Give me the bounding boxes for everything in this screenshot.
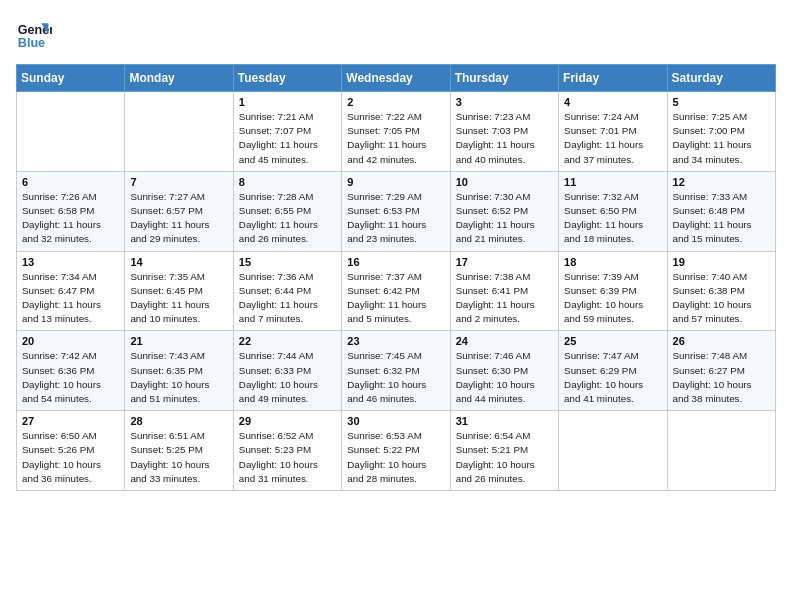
day-number: 8 — [239, 176, 336, 188]
logo-icon: General Blue — [16, 16, 52, 52]
calendar-cell: 19Sunrise: 7:40 AMSunset: 6:38 PMDayligh… — [667, 251, 775, 331]
day-info: Sunrise: 6:51 AMSunset: 5:25 PMDaylight:… — [130, 429, 227, 486]
day-info: Sunrise: 7:36 AMSunset: 6:44 PMDaylight:… — [239, 270, 336, 327]
day-number: 21 — [130, 335, 227, 347]
calendar-week-1: 1Sunrise: 7:21 AMSunset: 7:07 PMDaylight… — [17, 92, 776, 172]
calendar-cell: 4Sunrise: 7:24 AMSunset: 7:01 PMDaylight… — [559, 92, 667, 172]
weekday-header-wednesday: Wednesday — [342, 65, 450, 92]
calendar-cell: 17Sunrise: 7:38 AMSunset: 6:41 PMDayligh… — [450, 251, 558, 331]
calendar-cell: 15Sunrise: 7:36 AMSunset: 6:44 PMDayligh… — [233, 251, 341, 331]
weekday-header-tuesday: Tuesday — [233, 65, 341, 92]
day-info: Sunrise: 6:53 AMSunset: 5:22 PMDaylight:… — [347, 429, 444, 486]
calendar-cell — [125, 92, 233, 172]
calendar-cell — [667, 411, 775, 491]
day-info: Sunrise: 6:54 AMSunset: 5:21 PMDaylight:… — [456, 429, 553, 486]
day-info: Sunrise: 7:47 AMSunset: 6:29 PMDaylight:… — [564, 349, 661, 406]
calendar-week-2: 6Sunrise: 7:26 AMSunset: 6:58 PMDaylight… — [17, 171, 776, 251]
calendar-cell: 7Sunrise: 7:27 AMSunset: 6:57 PMDaylight… — [125, 171, 233, 251]
day-number: 31 — [456, 415, 553, 427]
day-number: 18 — [564, 256, 661, 268]
day-number: 23 — [347, 335, 444, 347]
weekday-header-sunday: Sunday — [17, 65, 125, 92]
day-info: Sunrise: 7:37 AMSunset: 6:42 PMDaylight:… — [347, 270, 444, 327]
calendar-cell: 13Sunrise: 7:34 AMSunset: 6:47 PMDayligh… — [17, 251, 125, 331]
calendar-cell: 5Sunrise: 7:25 AMSunset: 7:00 PMDaylight… — [667, 92, 775, 172]
day-number: 30 — [347, 415, 444, 427]
calendar-cell: 8Sunrise: 7:28 AMSunset: 6:55 PMDaylight… — [233, 171, 341, 251]
day-number: 3 — [456, 96, 553, 108]
day-info: Sunrise: 7:38 AMSunset: 6:41 PMDaylight:… — [456, 270, 553, 327]
day-info: Sunrise: 7:26 AMSunset: 6:58 PMDaylight:… — [22, 190, 119, 247]
calendar-cell: 12Sunrise: 7:33 AMSunset: 6:48 PMDayligh… — [667, 171, 775, 251]
calendar-cell: 26Sunrise: 7:48 AMSunset: 6:27 PMDayligh… — [667, 331, 775, 411]
day-number: 28 — [130, 415, 227, 427]
calendar-week-4: 20Sunrise: 7:42 AMSunset: 6:36 PMDayligh… — [17, 331, 776, 411]
day-info: Sunrise: 7:29 AMSunset: 6:53 PMDaylight:… — [347, 190, 444, 247]
calendar-cell: 9Sunrise: 7:29 AMSunset: 6:53 PMDaylight… — [342, 171, 450, 251]
calendar-week-3: 13Sunrise: 7:34 AMSunset: 6:47 PMDayligh… — [17, 251, 776, 331]
calendar-body: 1Sunrise: 7:21 AMSunset: 7:07 PMDaylight… — [17, 92, 776, 491]
day-number: 6 — [22, 176, 119, 188]
calendar-cell: 2Sunrise: 7:22 AMSunset: 7:05 PMDaylight… — [342, 92, 450, 172]
day-number: 9 — [347, 176, 444, 188]
calendar-cell: 6Sunrise: 7:26 AMSunset: 6:58 PMDaylight… — [17, 171, 125, 251]
calendar-cell: 16Sunrise: 7:37 AMSunset: 6:42 PMDayligh… — [342, 251, 450, 331]
weekday-header-thursday: Thursday — [450, 65, 558, 92]
day-info: Sunrise: 7:40 AMSunset: 6:38 PMDaylight:… — [673, 270, 770, 327]
logo: General Blue — [16, 16, 52, 52]
calendar-cell: 3Sunrise: 7:23 AMSunset: 7:03 PMDaylight… — [450, 92, 558, 172]
day-info: Sunrise: 7:34 AMSunset: 6:47 PMDaylight:… — [22, 270, 119, 327]
calendar-cell: 20Sunrise: 7:42 AMSunset: 6:36 PMDayligh… — [17, 331, 125, 411]
weekday-header-monday: Monday — [125, 65, 233, 92]
svg-text:Blue: Blue — [18, 36, 45, 50]
calendar-cell: 31Sunrise: 6:54 AMSunset: 5:21 PMDayligh… — [450, 411, 558, 491]
day-number: 22 — [239, 335, 336, 347]
day-info: Sunrise: 7:39 AMSunset: 6:39 PMDaylight:… — [564, 270, 661, 327]
calendar-cell: 18Sunrise: 7:39 AMSunset: 6:39 PMDayligh… — [559, 251, 667, 331]
day-number: 29 — [239, 415, 336, 427]
day-number: 2 — [347, 96, 444, 108]
day-number: 24 — [456, 335, 553, 347]
day-number: 20 — [22, 335, 119, 347]
calendar-cell: 29Sunrise: 6:52 AMSunset: 5:23 PMDayligh… — [233, 411, 341, 491]
day-info: Sunrise: 7:27 AMSunset: 6:57 PMDaylight:… — [130, 190, 227, 247]
calendar-cell: 22Sunrise: 7:44 AMSunset: 6:33 PMDayligh… — [233, 331, 341, 411]
calendar-week-5: 27Sunrise: 6:50 AMSunset: 5:26 PMDayligh… — [17, 411, 776, 491]
day-info: Sunrise: 7:48 AMSunset: 6:27 PMDaylight:… — [673, 349, 770, 406]
day-info: Sunrise: 7:28 AMSunset: 6:55 PMDaylight:… — [239, 190, 336, 247]
day-info: Sunrise: 7:35 AMSunset: 6:45 PMDaylight:… — [130, 270, 227, 327]
day-info: Sunrise: 6:52 AMSunset: 5:23 PMDaylight:… — [239, 429, 336, 486]
day-info: Sunrise: 7:21 AMSunset: 7:07 PMDaylight:… — [239, 110, 336, 167]
day-number: 5 — [673, 96, 770, 108]
calendar-cell: 28Sunrise: 6:51 AMSunset: 5:25 PMDayligh… — [125, 411, 233, 491]
day-info: Sunrise: 7:46 AMSunset: 6:30 PMDaylight:… — [456, 349, 553, 406]
day-info: Sunrise: 7:32 AMSunset: 6:50 PMDaylight:… — [564, 190, 661, 247]
day-number: 26 — [673, 335, 770, 347]
calendar-cell: 21Sunrise: 7:43 AMSunset: 6:35 PMDayligh… — [125, 331, 233, 411]
day-number: 16 — [347, 256, 444, 268]
calendar-header-row: SundayMondayTuesdayWednesdayThursdayFrid… — [17, 65, 776, 92]
day-info: Sunrise: 7:44 AMSunset: 6:33 PMDaylight:… — [239, 349, 336, 406]
day-number: 4 — [564, 96, 661, 108]
page-header: General Blue — [16, 16, 776, 52]
calendar-cell: 23Sunrise: 7:45 AMSunset: 6:32 PMDayligh… — [342, 331, 450, 411]
day-number: 7 — [130, 176, 227, 188]
day-number: 13 — [22, 256, 119, 268]
calendar-cell: 10Sunrise: 7:30 AMSunset: 6:52 PMDayligh… — [450, 171, 558, 251]
day-info: Sunrise: 7:25 AMSunset: 7:00 PMDaylight:… — [673, 110, 770, 167]
calendar-cell: 30Sunrise: 6:53 AMSunset: 5:22 PMDayligh… — [342, 411, 450, 491]
day-number: 10 — [456, 176, 553, 188]
day-info: Sunrise: 7:42 AMSunset: 6:36 PMDaylight:… — [22, 349, 119, 406]
calendar-cell: 11Sunrise: 7:32 AMSunset: 6:50 PMDayligh… — [559, 171, 667, 251]
day-number: 27 — [22, 415, 119, 427]
day-info: Sunrise: 7:22 AMSunset: 7:05 PMDaylight:… — [347, 110, 444, 167]
calendar-table: SundayMondayTuesdayWednesdayThursdayFrid… — [16, 64, 776, 491]
day-info: Sunrise: 7:24 AMSunset: 7:01 PMDaylight:… — [564, 110, 661, 167]
calendar-cell — [17, 92, 125, 172]
day-info: Sunrise: 6:50 AMSunset: 5:26 PMDaylight:… — [22, 429, 119, 486]
day-number: 17 — [456, 256, 553, 268]
calendar-cell — [559, 411, 667, 491]
day-number: 12 — [673, 176, 770, 188]
calendar-cell: 1Sunrise: 7:21 AMSunset: 7:07 PMDaylight… — [233, 92, 341, 172]
day-number: 11 — [564, 176, 661, 188]
